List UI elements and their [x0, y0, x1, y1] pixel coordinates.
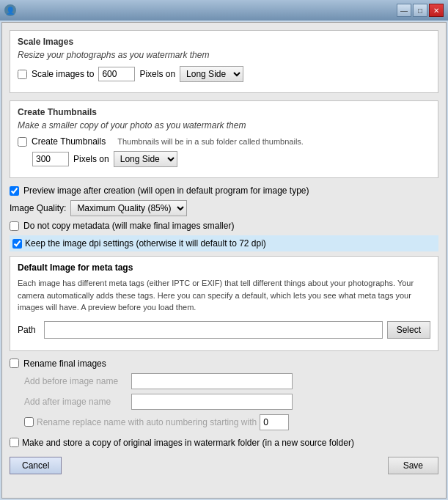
- close-button[interactable]: ✕: [429, 4, 444, 17]
- dpi-label: Keep the image dpi settings (otherwise i…: [25, 238, 266, 249]
- add-after-row: Add after image name: [24, 394, 438, 410]
- select-button[interactable]: Select: [387, 321, 430, 339]
- thumbnails-pixels-input[interactable]: [32, 152, 69, 166]
- copy-originals-row: Make and store a copy of original images…: [10, 438, 438, 448]
- scale-side-select[interactable]: Long Side Short Side Width Height: [180, 66, 243, 82]
- preview-checkbox[interactable]: [10, 186, 19, 196]
- no-metadata-row: Do not copy metadata (will make final im…: [10, 221, 438, 231]
- meta-description: Each image has different meta tags (eith…: [18, 277, 430, 314]
- rename-replace-label: Rename replace name with auto numbering …: [37, 417, 257, 427]
- rename-checkbox-row: Rename final images: [10, 359, 438, 369]
- thumbnails-pixels-row: Pixels on Long Side Short Side Width Hei…: [32, 151, 430, 167]
- thumbnails-title: Create Thumbnails: [18, 107, 430, 117]
- maximize-button[interactable]: □: [413, 4, 427, 17]
- thumbnails-label: Create Thumbnails: [32, 136, 106, 147]
- path-input[interactable]: [44, 321, 383, 339]
- add-before-label: Add before image name: [24, 376, 127, 386]
- copy-originals-checkbox[interactable]: [10, 438, 19, 447]
- cancel-button[interactable]: Cancel: [10, 457, 62, 474]
- main-window: Scale Images Resize your photographs as …: [1, 22, 447, 499]
- thumbnails-checkbox[interactable]: [18, 137, 27, 147]
- title-bar-left: 👤: [4, 4, 16, 16]
- no-metadata-checkbox[interactable]: [10, 221, 19, 231]
- thumbnails-checkbox-row: Create Thumbnails Thumbnails will be in …: [18, 136, 430, 147]
- quality-select[interactable]: Maximum Quality (85%) High Quality (75%)…: [70, 200, 187, 216]
- add-after-input[interactable]: [131, 394, 293, 410]
- add-before-input[interactable]: [131, 373, 293, 389]
- scale-images-checkbox[interactable]: [18, 70, 27, 79]
- title-bar: 👤 — □ ✕: [0, 0, 448, 21]
- rename-section: Rename final images Add before image nam…: [10, 359, 438, 430]
- scale-pixels-input[interactable]: [98, 67, 135, 81]
- quality-label: Image Quality:: [10, 203, 66, 213]
- rename-checkbox[interactable]: [10, 359, 19, 368]
- dpi-row: Keep the image dpi settings (otherwise i…: [10, 235, 438, 251]
- preview-label: Preview image after creation (will open …: [23, 185, 309, 196]
- scale-images-subtitle: Resize your photographs as you watermark…: [18, 50, 430, 60]
- numbering-input[interactable]: [260, 414, 289, 430]
- add-after-label: Add after image name: [24, 397, 127, 407]
- create-thumbnails-section: Create Thumbnails Make a smaller copy of…: [10, 100, 438, 178]
- title-bar-buttons: — □ ✕: [397, 4, 444, 17]
- minimize-button[interactable]: —: [397, 4, 411, 17]
- thumbnails-note: Thumbnails will be in a sub folder calle…: [117, 137, 304, 146]
- meta-section-title: Default Image for meta tags: [18, 262, 430, 273]
- thumbnails-side-select[interactable]: Long Side Short Side Width Height: [114, 151, 177, 167]
- no-metadata-label: Do not copy metadata (will make final im…: [23, 221, 234, 231]
- copy-originals-label: Make and store a copy of original images…: [22, 438, 354, 448]
- scale-pixels-label: Pixels on: [139, 69, 175, 79]
- scale-images-label: Scale images to: [32, 69, 94, 79]
- scale-images-title: Scale Images: [18, 37, 430, 47]
- thumbnails-pixels-label: Pixels on: [73, 154, 109, 164]
- quality-section: Image Quality: Maximum Quality (85%) Hig…: [10, 200, 438, 216]
- rename-replace-row: Rename replace name with auto numbering …: [24, 414, 438, 430]
- path-row: Path Select: [18, 321, 430, 339]
- scale-images-row: Scale images to Pixels on Long Side Shor…: [18, 66, 430, 82]
- thumbnails-subtitle: Make a smaller copy of your photo as you…: [18, 120, 430, 130]
- preview-row: Preview image after creation (will open …: [10, 185, 438, 196]
- footer: Cancel Save: [10, 457, 438, 474]
- save-button[interactable]: Save: [388, 457, 438, 474]
- add-before-row: Add before image name: [24, 373, 438, 389]
- dpi-checkbox[interactable]: [12, 239, 22, 249]
- meta-section: Default Image for meta tags Each image h…: [10, 256, 438, 351]
- rename-label: Rename final images: [23, 359, 106, 369]
- path-label: Path: [18, 325, 40, 335]
- app-icon: 👤: [4, 4, 16, 16]
- rename-replace-checkbox[interactable]: [24, 417, 34, 427]
- scale-images-section: Scale Images Resize your photographs as …: [10, 30, 438, 93]
